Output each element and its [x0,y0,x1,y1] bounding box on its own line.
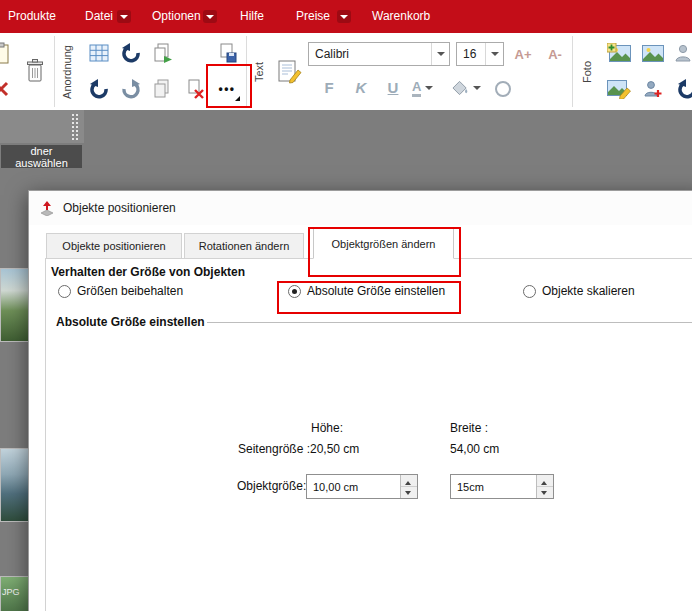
toolbar-separator [246,36,247,107]
page-width-value: 54,00 cm [450,442,499,456]
radio-circle-icon[interactable] [58,285,71,298]
radio-label: Größen beibehalten [77,284,183,298]
menu-optionen-chevron-down-icon[interactable] [203,10,217,23]
tab-rotationen-aendern[interactable]: Rotationen ändern [184,233,304,258]
behavior-group-title: Verhalten der Größe von Objekten [51,265,245,279]
toolbar-separator [54,36,55,107]
radio-objekte-skalieren[interactable]: Objekte skalieren [523,284,635,298]
trash-icon [25,58,45,84]
save-page-button[interactable] [212,37,242,69]
duplicate-page-button[interactable] [148,73,178,105]
font-size-select[interactable]: 16 [456,42,504,66]
text-frame-button[interactable] [274,51,304,91]
chevron-down-icon[interactable] [424,74,434,102]
dialog-titlebar[interactable]: Objekte positionieren [29,191,692,225]
file-type-label: JPG [2,587,20,597]
foto-label: Foto [581,60,593,82]
fill-color-select[interactable] [450,74,488,102]
spinner-up-button[interactable] [401,475,417,487]
font-decrease-button[interactable]: A- [540,40,570,68]
section-title: Absolute Größe einstellen [56,315,205,329]
underline-icon: U [388,79,399,96]
radio-circle-icon[interactable] [523,285,536,298]
chevron-down-icon[interactable] [431,43,449,65]
clipboard-icon [0,42,10,64]
more-arrange-button[interactable]: ••• [212,73,242,105]
font-family-select[interactable]: Calibri [308,42,450,66]
font-increase-button[interactable]: A+ [508,40,538,68]
radio-absolute-groesse-einstellen[interactable]: Absolute Größe einstellen [288,284,445,298]
spinner-down-button[interactable] [537,487,553,498]
spinner-buttons [400,475,417,498]
delete-object-button[interactable] [0,73,16,105]
add-photo-icon [607,43,631,63]
group-label-text: Text [248,33,270,110]
edit-photo-button[interactable] [604,73,634,105]
photo-icon [642,45,664,62]
italic-button[interactable]: K [346,73,376,101]
chevron-down-icon[interactable] [472,74,482,102]
font-color-select[interactable]: A [410,74,448,102]
text-frame-icon [277,59,302,84]
add-photo-button[interactable] [604,37,634,69]
clipboard-button[interactable] [0,37,16,69]
menu-hilfe[interactable]: Hilfe [240,0,264,33]
menu-warenkorb[interactable]: Warenkorb [372,0,430,33]
spinner-up-button[interactable] [537,475,553,487]
menu-optionen[interactable]: Optionen [152,0,201,33]
table-grid-icon [89,44,109,62]
copy-page-button[interactable] [148,37,178,69]
dialog-title: Objekte positionieren [63,201,176,215]
red-cross-icon [0,80,10,98]
radio-circle-icon[interactable] [288,285,301,298]
trash-button[interactable] [18,38,52,104]
radio-groessen-beibehalten[interactable]: Größen beibehalten [58,284,183,298]
bold-button[interactable]: F [314,73,344,101]
table-grid-button[interactable] [84,37,114,69]
no-color-icon [495,81,511,97]
menu-datei-chevron-down-icon[interactable] [117,10,131,23]
spinner-down-button[interactable] [401,487,417,498]
delete-page-icon [185,79,205,99]
app-icon [39,200,55,216]
menu-datei[interactable]: Datei [85,0,113,33]
section-divider [207,322,692,323]
group-label-foto: Foto [576,33,598,110]
tab-content-pane [45,258,692,611]
rotate-left-button[interactable] [84,73,114,105]
rotate-right-button[interactable] [116,73,146,105]
no-color-button[interactable] [490,73,516,105]
delete-page-button[interactable] [180,73,210,105]
width-header: Breite : [450,421,488,435]
panel-handle-dots-icon[interactable] [71,113,80,140]
menu-produkte[interactable]: Produkte [8,0,56,33]
chevron-down-icon[interactable] [485,43,503,65]
add-person-button[interactable] [638,73,668,105]
font-size-value: 16 [457,47,485,61]
underline-button[interactable]: U [378,73,408,101]
page-size-label: Seitengröße : [238,442,310,456]
menubar: Produkte Datei Optionen Hilfe Preise War… [0,0,692,33]
edit-photo-icon [607,79,631,99]
collapsed-panel [0,110,84,143]
undo-arrange-button[interactable] [116,37,146,69]
objekte-positionieren-dialog: Objekte positionieren Objekte positionie… [28,190,692,611]
object-width-input[interactable] [451,475,536,498]
font-decrease-icon: A- [548,47,562,62]
person-button[interactable] [668,37,692,69]
rotate-left-icon [89,79,109,99]
duplicate-page-icon [153,79,173,99]
object-height-spinner [306,474,418,499]
menu-preise-chevron-down-icon[interactable] [337,10,351,23]
tab-objekte-positionieren[interactable]: Objekte positionieren [46,233,182,258]
radio-label: Absolute Größe einstellen [307,284,445,298]
menu-preise[interactable]: Preise [296,0,330,33]
tab-objektgroessen-aendern[interactable]: Objektgrößen ändern [313,228,454,259]
select-folder-button[interactable]: dner auswählen [0,144,83,169]
more-text-button[interactable]: ••• [534,105,564,110]
object-height-input[interactable] [307,475,400,498]
rotate-photo-button[interactable] [672,73,692,105]
photo-frame-button[interactable] [638,37,668,69]
spinner-buttons [536,475,553,498]
anordnung-label: Anordnung [61,45,73,99]
